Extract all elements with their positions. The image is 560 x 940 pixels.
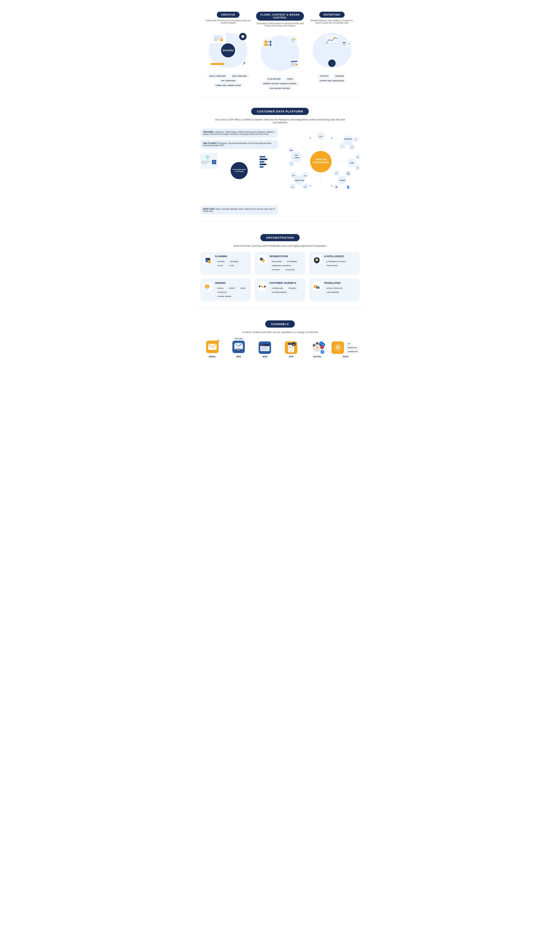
svg-text:↔: ↔ [348, 42, 351, 46]
cdp-title-wrap: CUSTOMER DATA PLATFORM [200, 108, 360, 115]
svg-text:⭐: ⭐ [293, 38, 296, 41]
svg-rect-150 [261, 348, 267, 348]
forms-tag: FORMS AND LANDING PAGES [213, 84, 243, 87]
sending-icon [203, 282, 213, 291]
compare-tag: COMPARE [333, 74, 346, 78]
rule-based-icon [290, 59, 298, 68]
social-channel: f in 📷 A [305, 338, 329, 358]
svg-text:WEBSHOP: WEBSHOP [344, 138, 352, 140]
svg-text:M: M [355, 139, 357, 141]
flow-builder-icon [263, 38, 273, 48]
svg-text:ERP: ERP [295, 154, 298, 156]
flows-subtitle: Campaign Content based on advanced Rules… [256, 22, 304, 29]
cdp-circle: CUSTOMER DATA PLATFORM [231, 162, 248, 179]
svg-text:⚙: ⚙ [335, 344, 340, 350]
ai-tag-third: THIRD PARTIES [324, 264, 340, 267]
svg-text:W: W [357, 156, 359, 158]
feeds-icon: 👕 ⭐ [288, 36, 297, 46]
svg-rect-3 [214, 39, 218, 40]
compare-icon: ↔ [342, 41, 351, 48]
svg-rect-151 [261, 349, 268, 350]
svg-text:tour: tour [291, 186, 294, 188]
svg-rect-27 [343, 42, 346, 43]
svg-text:✉: ✉ [213, 161, 215, 163]
segmentation-icon [257, 255, 267, 265]
svg-text:🔄: 🔄 [347, 172, 349, 175]
app-icon-wrap: 🔥 [279, 338, 303, 354]
svg-rect-13 [270, 43, 271, 46]
cdp-badge: CUSTOMER DATA PLATFORM [251, 108, 309, 115]
svg-point-124 [264, 286, 266, 287]
journeys-visual [258, 283, 266, 290]
web-channel: WEB [253, 338, 277, 358]
svg-text:PREDICTION: PREDICTION [295, 180, 304, 181]
svg-rect-2 [214, 39, 220, 39]
svg-rect-28 [343, 43, 346, 44]
product-mockup-icon: 👕 ✉ [200, 153, 218, 169]
svg-text:STANDARD: STANDARD [315, 158, 327, 161]
social-icon-wrap: f in 📷 A [305, 338, 329, 354]
web-label: WEB [253, 355, 277, 358]
svg-text:W: W [351, 146, 353, 148]
svg-text:clerk: clerk [304, 175, 307, 177]
svg-text:NAV: NAV [290, 149, 293, 151]
app-channel-icon: 🔥 [285, 341, 297, 354]
rule-based-tag: RULE-BASED CONTENT [268, 86, 292, 90]
svg-text:S: S [342, 145, 343, 148]
planning-tag-flows: FLOWS [227, 264, 236, 267]
svg-rect-120 [205, 288, 209, 289]
svg-point-158 [291, 350, 292, 351]
orchestration-grid: 1 PLANNING FOLDERS CALENDAR AD-HOC FLOWS [200, 252, 360, 301]
creative-subtitle: Easily build Omnichannel Campaigns using… [204, 19, 252, 26]
svg-point-24 [334, 37, 335, 39]
flow-builder-tag: FLOW BUILDER [265, 77, 283, 81]
svg-rect-7 [263, 38, 273, 48]
svg-text:👕: 👕 [205, 155, 210, 160]
svg-text:OTHER: OTHER [340, 180, 345, 181]
svg-rect-29 [343, 45, 345, 46]
app-campaigns-tag: APP CAMPAIGNS [219, 79, 238, 82]
data-channel-icon: ⚙ [332, 341, 344, 354]
planning-tag-folders: FOLDERS [215, 260, 226, 263]
web-channel-icon [258, 341, 271, 354]
svg-rect-20 [291, 64, 296, 65]
translation-visual: A 文 [313, 283, 321, 290]
instagram-icon: 📷 [320, 345, 324, 349]
translation-tag-google: GOOGLE TRANSLATE [324, 287, 345, 290]
social-label: SOCIAL [305, 355, 329, 358]
sending-tag-dynamic: DYNAMIC SENDER [215, 295, 233, 298]
svg-rect-4 [214, 40, 217, 41]
svg-rect-105 [209, 257, 209, 259]
export-tag: EXPORT AND CONSOLIDATE [317, 79, 346, 82]
ai-title: AI INTELLIGENCE [324, 255, 357, 258]
journeys-title: CUSTOMER JOURNEYS [269, 282, 303, 284]
seg-tag-leadscore: LEADSCORE [283, 268, 297, 271]
channels-title-wrap: CHANNELS [200, 321, 360, 328]
journeys-tag-triggers: TRIGGERS [287, 287, 298, 290]
svg-rect-17 [290, 59, 298, 68]
journeys-card: CUSTOMER JOURNEYS FLOWBUILDER TRIGGERS A… [255, 279, 305, 301]
svg-rect-140 [235, 345, 238, 345]
cdp-left-panel: TRACKING: LeadScore, Visited Pages, Visi… [200, 129, 278, 217]
sending-tag-manual: MANUAL [215, 287, 226, 290]
channels-section: CHANNELS Content, Profiles and Data can … [196, 313, 364, 365]
planning-tag-adhoc: AD-HOC [215, 264, 225, 267]
orch-section-border [198, 307, 362, 309]
svg-text:D: D [357, 167, 358, 169]
svg-rect-149 [261, 347, 269, 347]
journeys-icon [257, 282, 267, 291]
app-channel: 🔥 APP [279, 338, 303, 358]
svg-point-123 [259, 286, 260, 287]
planning-title: PLANNING [215, 255, 248, 258]
svg-text:❄️: ❄️ [290, 162, 293, 165]
data-label: DATA [332, 355, 360, 358]
svg-text:文: 文 [317, 287, 319, 288]
web-icon-wrap [253, 338, 277, 354]
svg-text:lead: lead [304, 186, 306, 188]
svg-rect-135 [209, 345, 213, 345]
svg-point-162 [313, 344, 315, 347]
planning-icon: 1 [203, 255, 213, 265]
email-channel: 1 EMAIL [200, 338, 225, 358]
sms-label: SMS [226, 355, 251, 358]
svg-rect-106 [206, 260, 207, 261]
